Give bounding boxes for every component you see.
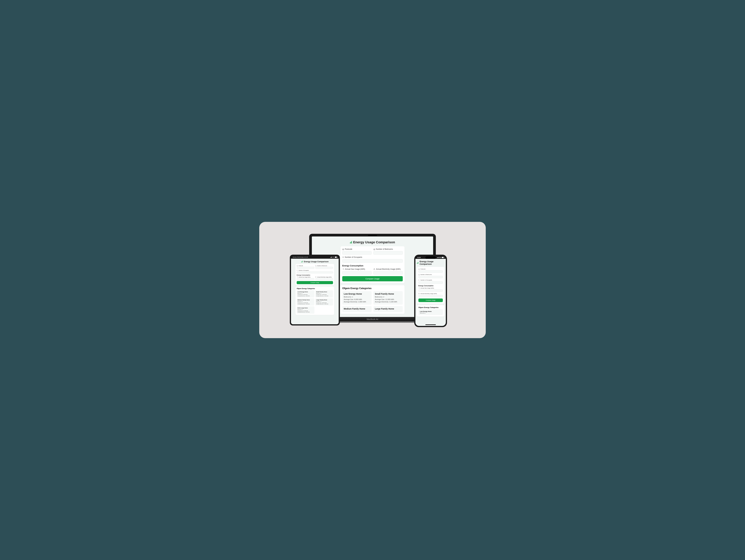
signal-icon — [437, 257, 439, 258]
gas-field: Annual Gas Usage (kWh) — [342, 268, 371, 275]
gas-input[interactable] — [297, 278, 314, 280]
gas-input[interactable] — [418, 289, 443, 292]
app-root: Energy Usage Comparison Postcode — [415, 259, 446, 318]
category-gas: Average Gas: 21,000 kWh — [297, 310, 314, 311]
users-icon — [342, 256, 344, 258]
occupants-field: Number of Occupants — [297, 270, 333, 274]
home-icon — [315, 265, 317, 266]
elec-field: Annual Electricity Usage (kWh) — [418, 293, 443, 297]
elec-label-text: Annual Electricity Usage (kWh) — [420, 293, 437, 294]
usage-form-card: Postcode Number of Bedrooms — [341, 246, 404, 283]
category-bedrooms: Bedrooms: 3 — [297, 301, 314, 302]
laptop-brand-label: MacBook Air — [367, 318, 379, 320]
elec-label: Annual Electricity Usage (kWh) — [374, 268, 403, 270]
users-icon — [418, 279, 420, 281]
category-bedrooms: Bedrooms: 4 — [316, 301, 332, 302]
category-bedrooms: Bedrooms: 1 — [344, 295, 370, 298]
svg-point-0 — [343, 257, 343, 257]
gas-label: Annual Gas Usage (kWh) — [342, 268, 371, 270]
category-card: Extra Large Home Bedrooms: 5 Average Gas… — [297, 306, 314, 314]
postcode-input[interactable] — [297, 267, 314, 269]
category-title: Low Energy Home — [344, 293, 370, 295]
category-gas: Average Gas: 8,000 kWh — [344, 298, 370, 301]
bedrooms-input[interactable] — [418, 276, 443, 278]
compare-button[interactable]: Compare Usage — [342, 276, 403, 281]
postcode-label-text: Postcode — [420, 268, 425, 270]
bedrooms-input[interactable] — [374, 251, 403, 255]
categories-heading: Ofgem Energy Categories — [297, 288, 333, 289]
elec-input[interactable] — [418, 295, 443, 297]
phone-screen: Energy Usage Comparison Postcode — [415, 259, 446, 326]
home-icon — [418, 274, 420, 275]
postcode-label-text: Postcode — [299, 265, 303, 266]
category-title: Large Family Home — [375, 308, 401, 310]
tablet-bezel: January Wednesday at 10:26 5G Energy Usa… — [290, 255, 340, 325]
app-root: Energy Usage Comparison Postcode — [291, 259, 339, 316]
compare-button[interactable]: Compare Usage — [418, 299, 443, 302]
occupants-label: Number of Occupants — [297, 270, 333, 271]
category-bedrooms: Bedrooms: 2 — [375, 295, 401, 298]
bedrooms-label-text: Number of Bedrooms — [317, 265, 327, 266]
category-elec: Average Electricity: 2,000 kWh — [344, 301, 370, 303]
home-icon — [297, 265, 298, 266]
bedrooms-field: Number of Bedrooms — [374, 248, 403, 255]
bedrooms-label: Number of Bedrooms — [418, 274, 443, 275]
bolt-icon — [315, 276, 317, 278]
category-card: Medium Family Home — [342, 306, 371, 312]
category-title: Medium Family Home — [344, 308, 370, 310]
elec-field: Annual Electricity Usage (kWh) — [315, 276, 333, 280]
category-card: Small Family Home Bedrooms: 2 Average Ga… — [374, 291, 403, 305]
phone-network-label: 5G — [439, 257, 441, 258]
tablet-mockup: January Wednesday at 10:26 5G Energy Usa… — [290, 255, 340, 325]
compare-button[interactable]: Compare Usage — [297, 281, 333, 284]
bars-icon — [350, 241, 352, 244]
battery-icon — [442, 257, 444, 258]
page-title: Energy Usage Comparison — [417, 260, 444, 266]
occupants-label-text: Number of Occupants — [420, 279, 432, 281]
gas-input[interactable] — [342, 271, 371, 275]
occupants-input[interactable] — [342, 259, 403, 263]
page-title-text: Energy Usage Comparison — [420, 260, 439, 266]
phone-notch — [425, 256, 436, 259]
gas-field: Annual Gas Usage (kWh) — [418, 287, 443, 292]
home-icon — [374, 248, 375, 250]
tablet-status-right: 5G — [330, 256, 337, 258]
occupants-input[interactable] — [418, 281, 443, 284]
occupants-label: Number of Occupants — [418, 279, 443, 281]
elec-label-text: Annual Electricity Usage (kWh) — [317, 277, 331, 278]
category-elec: Average Electricity: 5,300 kWh — [316, 303, 332, 305]
elec-input[interactable] — [315, 278, 333, 280]
gas-label: Annual Gas Usage (kWh) — [297, 276, 314, 278]
phone-home-indicator — [425, 324, 436, 325]
occupants-label-text: Number of Occupants — [299, 270, 309, 271]
postcode-field: Postcode — [418, 268, 443, 273]
category-card: Large Family Home — [374, 306, 403, 312]
flame-icon — [418, 287, 420, 289]
postcode-input[interactable] — [342, 251, 371, 255]
category-card: Low Energy Home Bedrooms: 1 Average Gas:… — [297, 290, 314, 298]
postcode-label-text: Postcode — [345, 248, 352, 250]
bolt-icon — [374, 268, 375, 270]
category-card: Low Energy Home Bedrooms: 1 Average Gas:… — [342, 291, 371, 305]
home-icon — [342, 248, 344, 250]
page-title-text: Energy Usage Comparison — [304, 260, 328, 263]
battery-icon — [335, 257, 337, 258]
gas-label-text: Annual Gas Usage (kWh) — [299, 277, 311, 278]
gas-label-text: Annual Gas Usage (kWh) — [345, 268, 365, 270]
signal-icon — [330, 257, 332, 258]
postcode-label: Postcode — [342, 248, 371, 250]
elec-input[interactable] — [374, 271, 403, 275]
category-bedrooms: Bedrooms: 5 — [297, 309, 314, 310]
bedrooms-input[interactable] — [315, 267, 333, 269]
category-elec: Average Electricity: 4,200 kWh — [297, 303, 314, 305]
categories-card: Ofgem Energy Categories Low Energy Home … — [417, 305, 444, 316]
consumption-heading: Energy Consumption — [418, 285, 443, 286]
category-card: Low Energy Home Bedrooms: 1 — [418, 309, 443, 315]
category-title: Large Family Home — [316, 299, 332, 301]
postcode-input[interactable] — [418, 270, 443, 273]
bolt-icon — [418, 293, 420, 294]
bars-icon — [417, 262, 418, 264]
occupants-input[interactable] — [297, 271, 333, 274]
bedrooms-label-text: Number of Bedrooms — [420, 274, 432, 275]
bedrooms-label: Number of Bedrooms — [315, 265, 333, 266]
